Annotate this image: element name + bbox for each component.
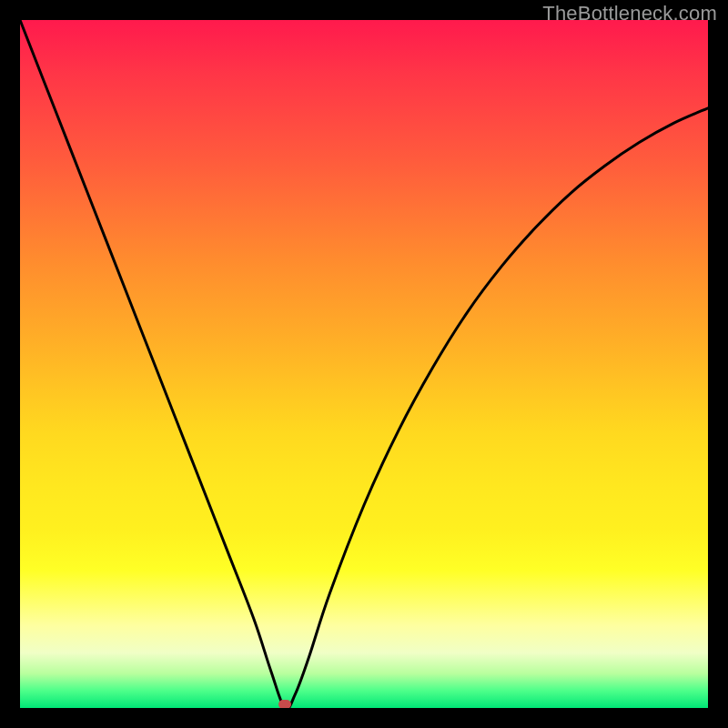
chart-frame: TheBottleneck.com [0,0,728,728]
minimum-marker-icon [278,700,291,708]
watermark-text: TheBottleneck.com [542,2,717,25]
bottleneck-curve [20,20,708,708]
plot-area [20,20,708,708]
curve-svg [20,20,708,708]
